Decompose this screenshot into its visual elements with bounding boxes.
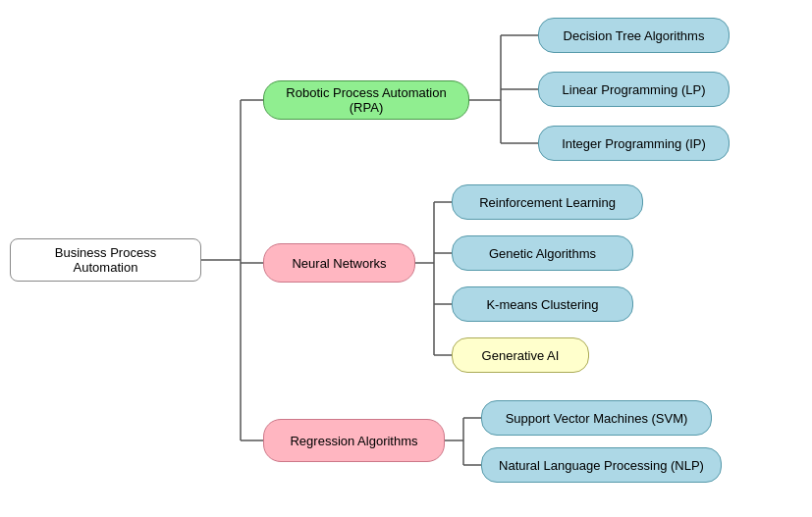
km-label: K-means Clustering xyxy=(486,297,598,312)
nlp-node: Natural Language Processing (NLP) xyxy=(481,447,722,483)
lp-label: Linear Programming (LP) xyxy=(563,82,706,97)
nn-node: Neural Networks xyxy=(263,243,415,283)
rl-label: Reinforcement Learning xyxy=(479,195,616,210)
ip-node: Integer Programming (IP) xyxy=(538,126,730,161)
lp-node: Linear Programming (LP) xyxy=(538,72,730,107)
reg-node: Regression Algorithms xyxy=(263,419,445,462)
km-node: K-means Clustering xyxy=(452,286,633,322)
genai-node: Generative AI xyxy=(452,337,589,373)
rl-node: Reinforcement Learning xyxy=(452,184,643,220)
root-label: Business Process Automation xyxy=(23,245,189,275)
ip-label: Integer Programming (IP) xyxy=(562,136,706,151)
nlp-label: Natural Language Processing (NLP) xyxy=(499,458,704,473)
svm-label: Support Vector Machines (SVM) xyxy=(506,411,688,426)
ga-node: Genetic Algorithms xyxy=(452,235,633,271)
genai-label: Generative AI xyxy=(482,348,560,363)
ga-label: Genetic Algorithms xyxy=(489,246,596,261)
root-node: Business Process Automation xyxy=(10,238,201,282)
rpa-label: Robotic Process Automation (RPA) xyxy=(276,85,457,115)
svm-node: Support Vector Machines (SVM) xyxy=(481,400,712,436)
rpa-node: Robotic Process Automation (RPA) xyxy=(263,80,469,120)
dt-label: Decision Tree Algorithms xyxy=(564,28,705,43)
dt-node: Decision Tree Algorithms xyxy=(538,18,730,53)
nn-label: Neural Networks xyxy=(292,256,386,271)
reg-label: Regression Algorithms xyxy=(290,434,417,448)
